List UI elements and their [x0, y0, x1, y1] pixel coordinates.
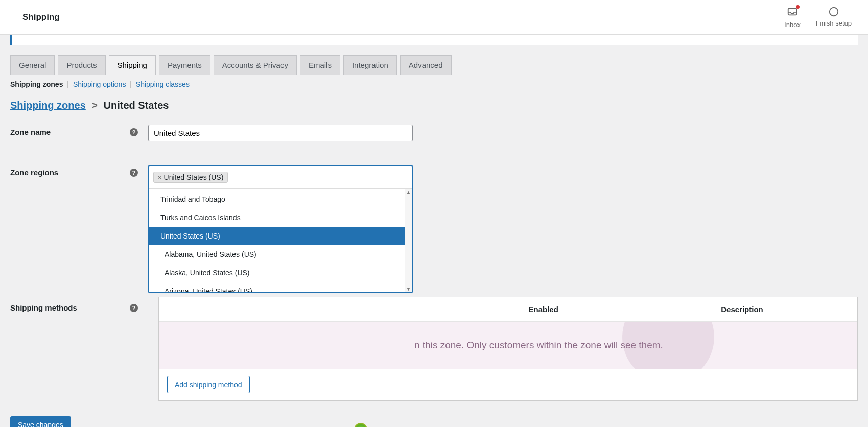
- tab-emails[interactable]: Emails: [300, 55, 340, 75]
- methods-table-footer: Add shipping method: [159, 369, 857, 400]
- settings-tabs: General Products Shipping Payments Accou…: [10, 55, 858, 75]
- tab-shipping[interactable]: Shipping: [109, 55, 156, 75]
- separator: |: [67, 80, 69, 88]
- methods-empty-state: n this zone. Only customers within the z…: [159, 322, 857, 369]
- tab-integration[interactable]: Integration: [343, 55, 397, 75]
- zone-regions-select[interactable]: × United States (US) Trinidad and Tobago…: [148, 165, 413, 293]
- page-title: Shipping: [10, 12, 60, 22]
- col-enabled: Enabled: [421, 305, 655, 314]
- shipping-subnav: Shipping zones | Shipping options | Ship…: [10, 80, 858, 88]
- circle-icon: [828, 6, 839, 17]
- breadcrumb-root-link[interactable]: Shipping zones: [10, 100, 86, 111]
- tab-advanced[interactable]: Advanced: [400, 55, 452, 75]
- top-bar: Shipping Inbox Finish setup: [0, 0, 868, 35]
- region-option[interactable]: Arizona, United States (US): [149, 282, 412, 292]
- empty-state-text: n this zone. Only customers within the z…: [414, 340, 663, 350]
- region-option[interactable]: Alabama, United States (US): [149, 245, 412, 264]
- tab-products[interactable]: Products: [58, 55, 105, 75]
- shipping-methods-label: Shipping methods: [10, 303, 77, 312]
- inbox-label: Inbox: [784, 21, 801, 29]
- remove-tag-icon[interactable]: ×: [158, 174, 162, 181]
- breadcrumb-current: United States: [104, 100, 169, 111]
- dropdown-scrollbar[interactable]: ▲ ▼: [405, 189, 412, 292]
- tab-general[interactable]: General: [10, 55, 55, 75]
- subnav-zones[interactable]: Shipping zones: [10, 80, 63, 88]
- zone-name-label-wrap: Zone name ?: [10, 125, 148, 136]
- help-icon[interactable]: ?: [130, 304, 138, 312]
- separator: |: [130, 80, 132, 88]
- subnav-classes[interactable]: Shipping classes: [136, 80, 190, 88]
- region-dropdown: Trinidad and Tobago Turks and Caicos Isl…: [149, 188, 412, 292]
- scroll-up-icon[interactable]: ▲: [405, 189, 412, 195]
- zone-name-label: Zone name: [10, 128, 51, 136]
- subnav-options[interactable]: Shipping options: [73, 80, 126, 88]
- scroll-down-icon[interactable]: ▼: [405, 286, 412, 292]
- zone-regions-row: Zone regions ? × United States (US) Trin…: [10, 165, 858, 293]
- methods-table-header: Title Enabled Description: [159, 297, 857, 322]
- tab-payments[interactable]: Payments: [159, 55, 210, 75]
- region-option[interactable]: Turks and Caicos Islands: [149, 208, 412, 227]
- svg-point-1: [830, 7, 838, 16]
- select-selection[interactable]: × United States (US): [149, 166, 412, 188]
- region-option[interactable]: Trinidad and Tobago: [149, 189, 412, 208]
- selected-region-text: United States (US): [164, 173, 224, 181]
- finish-setup-label: Finish setup: [816, 19, 852, 27]
- help-icon[interactable]: ?: [130, 169, 138, 177]
- zone-name-field: [148, 125, 413, 141]
- content-wrap: General Products Shipping Payments Accou…: [0, 35, 868, 427]
- region-option[interactable]: Alaska, United States (US): [149, 264, 412, 282]
- chevron-right-icon: >: [91, 100, 98, 111]
- selected-region-tag: × United States (US): [153, 172, 228, 183]
- cursor-highlight-icon: [354, 423, 367, 427]
- inbox-button[interactable]: Inbox: [784, 6, 801, 29]
- save-changes-button[interactable]: Save changes: [10, 416, 71, 427]
- finish-setup-button[interactable]: Finish setup: [816, 6, 852, 29]
- zone-name-input[interactable]: [148, 125, 413, 141]
- shipping-methods-label-wrap: Shipping methods ?: [10, 303, 148, 312]
- zone-regions-label-wrap: Zone regions ?: [10, 165, 148, 177]
- add-shipping-method-button[interactable]: Add shipping method: [167, 376, 250, 393]
- zone-regions-field: × United States (US) Trinidad and Tobago…: [148, 165, 413, 293]
- help-icon[interactable]: ?: [130, 128, 138, 136]
- tab-accounts-privacy[interactable]: Accounts & Privacy: [214, 55, 297, 75]
- col-description: Description: [654, 305, 847, 314]
- zone-name-row: Zone name ?: [10, 125, 858, 141]
- region-option-highlighted[interactable]: United States (US): [149, 227, 412, 245]
- zone-regions-label: Zone regions: [10, 168, 58, 177]
- notification-dot-icon: [796, 5, 800, 9]
- top-bar-actions: Inbox Finish setup: [784, 6, 858, 29]
- shipping-methods-table: Title Enabled Description n this zone. O…: [158, 297, 858, 401]
- notice-remnant: [10, 35, 858, 45]
- breadcrumb: Shipping zones > United States: [10, 100, 858, 111]
